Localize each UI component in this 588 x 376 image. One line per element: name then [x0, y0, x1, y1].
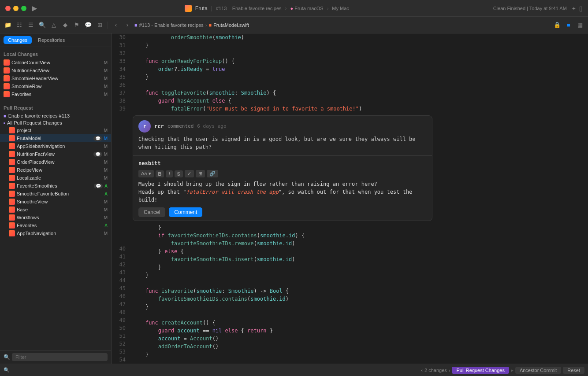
- repo-item-orderplaced[interactable]: OrderPlacedView M: [0, 158, 111, 166]
- window-split-icon[interactable]: ▯: [579, 5, 583, 12]
- code-line-42: favoriteSmoothieIDs.remove(smoothie.id): [133, 240, 584, 247]
- pull-request-header: Pull Request: [0, 103, 111, 112]
- heading-button[interactable]: Aa ▾: [138, 170, 154, 177]
- repo-item-smoothieview[interactable]: SmoothieView M: [0, 198, 111, 206]
- grid-icon[interactable]: ⊞: [95, 21, 104, 29]
- item-label: SmoothieRow: [11, 84, 102, 89]
- tab-repositories[interactable]: Repositories: [33, 36, 69, 44]
- add-button[interactable]: +: [572, 5, 576, 12]
- local-item-calorie[interactable]: CalorieCountView M: [0, 59, 111, 66]
- author-icon[interactable]: ■: [564, 21, 573, 29]
- item-label: AppSidebarNavigation: [17, 144, 102, 149]
- statusbar: 🔍 ‹ 2 changes › Pull Request Changes ▸ A…: [0, 364, 588, 376]
- reset-button[interactable]: Reset: [563, 367, 584, 374]
- comment-button[interactable]: Comment: [169, 207, 202, 217]
- check-button[interactable]: ✓: [185, 170, 194, 177]
- cancel-button[interactable]: Cancel: [138, 207, 165, 217]
- filter-input[interactable]: [12, 353, 108, 361]
- repo-item-recipeview[interactable]: RecipeView M: [0, 166, 111, 174]
- reply-text: Maybe I should bring up the sign in flow…: [138, 180, 427, 204]
- code-line-41: if favoriteSmoothieIDs.contains(smoothie…: [133, 232, 584, 240]
- code-line-44: favoriteSmoothieIDs.insert(smoothie.id): [133, 255, 584, 263]
- swift-icon: [9, 167, 15, 173]
- repo-item-favoritesmoothies[interactable]: FavoriteSmoothies 💬 A: [0, 182, 111, 190]
- repo-item-apptab[interactable]: AppTabNavigation M: [0, 229, 111, 237]
- italic-button[interactable]: I: [166, 170, 172, 177]
- repo-item-project[interactable]: project M: [0, 126, 111, 134]
- repo-item-workflows[interactable]: Workflows M: [0, 214, 111, 221]
- local-item-smoothierow[interactable]: SmoothieRow M: [0, 82, 111, 90]
- comment-badge: 💬: [93, 152, 102, 157]
- code-line-46: }: [133, 271, 584, 279]
- build-status: Clean Finished | Today at 9:41 AM: [493, 6, 567, 11]
- hierarchy-icon[interactable]: ☷: [15, 21, 24, 29]
- search-icon[interactable]: 🔍: [38, 21, 47, 29]
- nav-next-icon[interactable]: ›: [123, 21, 132, 29]
- local-changes-header: Local Changes: [0, 50, 111, 59]
- link-button[interactable]: 🔗: [207, 170, 218, 177]
- repo-item-appsidebar[interactable]: AppSidebarNavigation M: [0, 142, 111, 150]
- local-item-favorites[interactable]: Favorites M: [0, 90, 111, 98]
- list-icon[interactable]: ☰: [26, 21, 35, 29]
- comment-header: r rcr commented 6 days ago: [133, 116, 432, 135]
- item-label: NutritionFactView: [11, 68, 102, 73]
- item-status: M: [104, 152, 108, 157]
- strikethrough-button[interactable]: S: [175, 170, 183, 177]
- maximize-button[interactable]: [21, 6, 26, 11]
- repo-item-smoothiefavorite[interactable]: SmoothieFavoriteButton A: [0, 190, 111, 198]
- close-button[interactable]: [5, 6, 11, 11]
- ancestor-button[interactable]: Ancestor Commit: [515, 367, 561, 374]
- titlebar-center: Fruta | #113 – Enable favorite recipes ›…: [41, 5, 493, 12]
- comment-popup: r rcr commented 6 days ago Checking that…: [133, 115, 432, 221]
- nav-prev-icon[interactable]: ‹: [112, 21, 120, 29]
- filter-icon: 🔍: [4, 354, 10, 360]
- diamond-icon[interactable]: ◆: [61, 21, 70, 29]
- code-line-52: func createAccount() {: [133, 319, 584, 327]
- view-toggle-icon[interactable]: ▦: [576, 21, 584, 29]
- tab-changes[interactable]: Changes: [4, 36, 32, 44]
- item-label: FrutaModel: [17, 136, 92, 141]
- item-label: OrderPlacedView: [17, 159, 102, 165]
- repo-item-nutritionfact[interactable]: NutritionFactView 💬 M: [0, 150, 111, 158]
- table-button[interactable]: ⊞: [196, 170, 205, 177]
- play-icon[interactable]: ▶: [32, 4, 37, 12]
- folder-icon[interactable]: 📁: [4, 21, 12, 29]
- breadcrumb-pr[interactable]: #113 - Enable favorite recipes: [139, 22, 204, 28]
- pr-changes-button[interactable]: Pull Request Changes: [452, 367, 509, 374]
- filter-icon-statusbar[interactable]: 🔍: [4, 367, 10, 373]
- item-label: Base: [17, 207, 102, 212]
- repo-item-base[interactable]: Base M: [0, 206, 111, 214]
- item-label: Workflows: [17, 215, 102, 220]
- comment-author: rcr: [154, 122, 164, 130]
- comment-icon[interactable]: 💬: [84, 21, 93, 29]
- repo-item-localizable[interactable]: Localizable M: [0, 174, 111, 182]
- changes-count: 2 changes: [424, 368, 447, 373]
- swift-icon: [9, 199, 15, 205]
- bold-button[interactable]: B: [156, 170, 164, 177]
- code-line-47: [133, 279, 584, 287]
- code-line-55: addOrderToAccount(): [133, 343, 584, 350]
- prev-change-icon[interactable]: ‹: [421, 368, 423, 373]
- project-name: Fruta: [195, 5, 208, 11]
- lock-icon[interactable]: 🔒: [553, 21, 562, 29]
- item-label: Localizable: [17, 175, 102, 181]
- item-status: M: [104, 144, 108, 149]
- local-item-smoothieheader[interactable]: SmoothieHeaderView M: [0, 74, 111, 82]
- local-item-nutrition[interactable]: NutritionFactView M: [0, 66, 111, 74]
- pull-request-section: Pull Request ■ Enable favorite recipes #…: [0, 101, 111, 240]
- code-line-54: account = Account(): [133, 335, 584, 343]
- repo-item-favorites2[interactable]: Favorites A: [0, 221, 111, 229]
- pr-item-enable[interactable]: ■ Enable favorite recipes #113: [0, 112, 111, 119]
- traffic-lights: [5, 6, 26, 11]
- item-status: M: [104, 215, 108, 220]
- code-area[interactable]: 30 31 32 33 34 35 36 37 38 39 40 41 42 4…: [112, 33, 588, 364]
- minimize-button[interactable]: [13, 6, 19, 11]
- git-icon[interactable]: ⚑: [72, 21, 81, 29]
- item-status: M: [104, 199, 108, 204]
- repo-item-frutamodel[interactable]: FrutaModel 💬 M: [0, 134, 111, 142]
- pr-item-all[interactable]: ▪ All Pull Request Changes: [0, 119, 111, 126]
- next-change-icon[interactable]: ›: [449, 368, 450, 373]
- warning-icon[interactable]: △: [49, 21, 58, 29]
- breadcrumb-file[interactable]: FrutaModel.swift: [213, 22, 249, 28]
- pr-icon: ■: [4, 113, 7, 118]
